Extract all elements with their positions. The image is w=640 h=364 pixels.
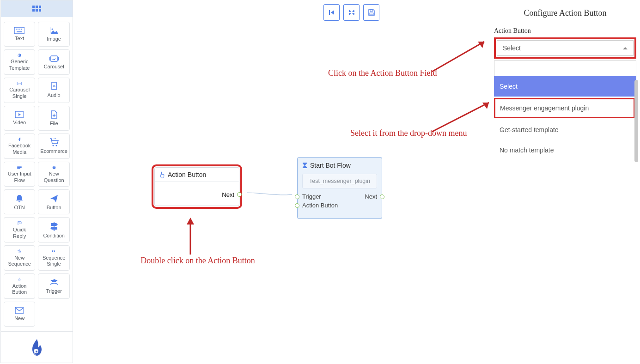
dropdown-option-no-match[interactable]: No match template — [494, 140, 636, 160]
svg-text:A: A — [19, 249, 21, 251]
node-title-text: Start Bot Flow — [310, 162, 351, 169]
port-label: Next — [222, 191, 234, 198]
sidebar-item-quick-reply[interactable]: Quick Reply — [4, 217, 35, 243]
svg-rect-15 — [51, 56, 57, 61]
sidebar-item-label: OTN — [14, 205, 25, 211]
sidebar-item-label: New — [14, 315, 24, 322]
port-dot[interactable] — [295, 194, 299, 199]
svg-rect-7 — [16, 29, 17, 30]
port-dot[interactable] — [237, 192, 242, 197]
port-label: Action Button — [302, 202, 338, 209]
sidebar-item-trigger[interactable]: Trigger — [38, 273, 70, 299]
dropdown-options: Select Messenger engagement plugin Get-s… — [494, 76, 636, 160]
carousel-icon — [49, 55, 59, 62]
image-single-icon — [15, 82, 24, 85]
svg-rect-33 — [15, 307, 24, 314]
bell-icon — [16, 194, 23, 203]
sidebar-item-label: Audio — [48, 92, 61, 99]
pointer-icon — [16, 278, 23, 281]
node-title: Action Button — [155, 168, 239, 182]
connector-line — [241, 189, 299, 200]
node-port-next[interactable]: Next — [155, 182, 239, 198]
facebook-icon — [17, 138, 22, 141]
svg-line-42 — [432, 103, 489, 132]
sidebar-item-text[interactable]: Text — [4, 22, 35, 47]
port-dot[interactable] — [380, 194, 384, 199]
sidebar-item-image[interactable]: Image — [38, 22, 70, 47]
sidebar-item-action-button[interactable]: Action Button — [4, 273, 35, 299]
annotation-double-click: Double click on the Action Button — [128, 256, 267, 266]
svg-point-28 — [19, 223, 20, 223]
sidebar-item-sequence-single[interactable]: Sequence Single — [38, 245, 70, 271]
sidebar-item-new-sequence[interactable]: AZNew Sequence — [4, 245, 35, 271]
sidebar-item-carousel[interactable]: Carousel — [38, 49, 70, 75]
dropdown-search-input[interactable] — [494, 61, 636, 76]
sidebar: Text Image Generic Template Carousel Car… — [0, 0, 73, 363]
signpost-icon — [50, 222, 58, 231]
action-button-select[interactable]: Select — [494, 37, 636, 59]
sidebar-item-condition[interactable]: Condition — [38, 217, 70, 243]
svg-point-35 — [36, 351, 37, 352]
envelope-icon — [15, 307, 24, 314]
select-display[interactable]: Select — [497, 40, 634, 56]
port-dot[interactable] — [295, 203, 299, 208]
sidebar-item-user-input-flow[interactable]: User Input Flow — [4, 162, 35, 187]
audio-icon — [50, 82, 58, 91]
field-label: Action Button — [494, 27, 636, 35]
hourglass-icon — [302, 162, 307, 169]
svg-rect-17 — [58, 57, 59, 61]
sidebar-item-label: Image — [47, 36, 61, 42]
sidebar-item-label: Ecommerce — [40, 148, 67, 155]
dropdown-option-get-started[interactable]: Get-started template — [494, 120, 636, 140]
dropdown-option-select[interactable]: Select — [494, 76, 636, 97]
svg-rect-0 — [32, 6, 35, 8]
sidebar-item-file[interactable]: File — [38, 106, 70, 131]
sidebar-item-label: Facebook Media — [6, 143, 33, 156]
sidebar-item-video[interactable]: Video — [4, 106, 35, 131]
scrollbar-thumb[interactable] — [634, 80, 638, 162]
svg-rect-23 — [17, 167, 21, 168]
sidebar-item-otn[interactable]: OTN — [4, 189, 35, 214]
caret-up-icon — [623, 47, 628, 49]
panel-title: Configure Action Button — [494, 8, 636, 18]
svg-rect-3 — [32, 9, 35, 12]
sidebar-item-label: Button — [47, 205, 61, 211]
node-title: Start Bot Flow — [298, 158, 382, 171]
sidebar-item-ecommerce[interactable]: Ecommerce — [38, 133, 70, 159]
node-port-action[interactable]: Action Button — [298, 201, 382, 210]
port-label: Trigger — [302, 193, 321, 200]
svg-line-41 — [432, 42, 484, 72]
sidebar-footer — [1, 331, 73, 363]
canvas[interactable]: Action Button Next Start Bot Flow Test_m… — [74, 0, 490, 364]
sidebar-item-label: Action Button — [6, 283, 33, 296]
sidebar-item-button[interactable]: Button — [38, 189, 70, 214]
video-icon — [15, 111, 24, 118]
chat-icon — [15, 221, 24, 224]
sidebar-item-label: Sequence Single — [40, 255, 67, 268]
sidebar-item-carousel-single[interactable]: Carousel Single — [4, 78, 35, 103]
sidebar-item-facebook-media[interactable]: Facebook Media — [4, 133, 35, 159]
sidebar-item-label: New Sequence — [6, 255, 33, 268]
sidebar-item-label: Text — [15, 36, 24, 42]
node-port-trigger[interactable]: Trigger Next — [298, 192, 382, 201]
node-start-bot-flow[interactable]: Start Bot Flow Test_messenger_plugin Tri… — [297, 157, 382, 219]
grid-icon — [32, 6, 42, 12]
plane-icon — [49, 279, 59, 286]
svg-point-21 — [55, 145, 57, 146]
sidebar-item-new[interactable]: New — [4, 302, 35, 327]
node-field-value: Test_messenger_plugin — [302, 174, 377, 188]
image-icon — [50, 27, 58, 34]
sidebar-item-generic-template[interactable]: Generic Template — [4, 49, 35, 75]
dropdown-option-messenger[interactable]: Messenger engagement plugin — [494, 98, 635, 118]
sidebar-header[interactable] — [1, 0, 73, 17]
svg-point-29 — [20, 223, 20, 223]
svg-rect-10 — [21, 29, 22, 30]
annotation-click-field: Click on the Action Button Field — [328, 68, 437, 78]
svg-rect-2 — [39, 6, 41, 8]
svg-rect-18 — [17, 82, 21, 85]
node-action-button[interactable]: Action Button Next — [154, 167, 239, 206]
sidebar-item-audio[interactable]: Audio — [38, 78, 70, 103]
sidebar-item-new-question[interactable]: ?New Question — [38, 162, 70, 187]
select-value: Select — [503, 44, 521, 52]
keyboard-icon — [14, 27, 24, 34]
